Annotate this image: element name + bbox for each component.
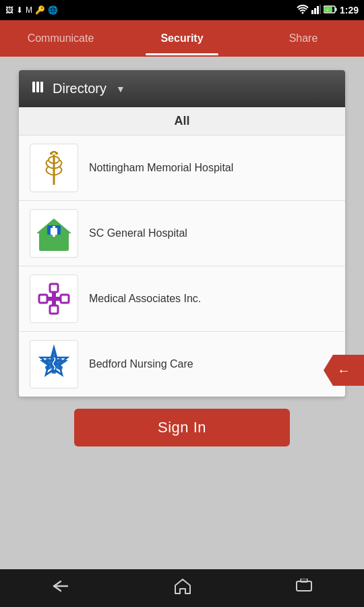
key-icon: 🔑 — [35, 5, 45, 15]
svg-rect-19 — [53, 226, 55, 237]
main-content: Directory ▼ All — [0, 57, 364, 460]
svg-rect-20 — [50, 284, 58, 292]
logo-bedford — [30, 340, 78, 388]
svg-rect-2 — [317, 6, 319, 14]
list-item[interactable]: SC General Hospital — [19, 201, 345, 266]
bottom-navigation — [0, 569, 364, 607]
svg-text:⚡: ⚡ — [325, 7, 330, 13]
status-icons-right: ⚡ 1:29 — [297, 5, 359, 16]
back-nav-button[interactable] — [51, 579, 70, 598]
svg-rect-8 — [32, 82, 35, 92]
tab-share[interactable]: Share — [243, 22, 364, 55]
logo-nottingham — [30, 144, 78, 192]
svg-rect-0 — [311, 10, 313, 14]
download-icon: ⬇ — [16, 5, 23, 15]
directory-dropdown-arrow: ▼ — [116, 84, 125, 94]
directory-wrapper: Directory ▼ All — [19, 70, 345, 397]
svg-rect-23 — [61, 295, 69, 303]
signal-icon — [311, 5, 321, 16]
sign-in-button[interactable]: Sign In — [74, 409, 290, 446]
svg-rect-10 — [40, 82, 43, 92]
directory-card: Directory ▼ All — [19, 70, 345, 397]
status-icons-left: 🖼 ⬇ M 🔑 🌐 — [5, 5, 58, 15]
tab-communicate[interactable]: Communicate — [0, 22, 121, 55]
item-name-sc-general: SC General Hospital — [89, 227, 187, 239]
svg-rect-5 — [335, 7, 336, 11]
tab-security[interactable]: Security — [121, 22, 243, 55]
svg-point-13 — [50, 152, 53, 155]
status-time: 1:29 — [340, 5, 359, 16]
globe-icon: 🌐 — [48, 5, 58, 15]
item-name-nottingham: Nottingham Memorial Hospital — [89, 162, 233, 174]
list-item[interactable]: Medical Associates Inc. — [19, 266, 345, 332]
list-item[interactable]: Bedford Nursing Care — [19, 332, 345, 397]
recents-nav-button[interactable] — [295, 579, 313, 598]
logo-sc-general — [30, 209, 78, 258]
directory-header: Directory ▼ — [19, 70, 345, 107]
svg-rect-34 — [297, 581, 311, 591]
svg-rect-3 — [320, 5, 321, 14]
svg-rect-21 — [50, 306, 58, 314]
directory-icon — [31, 80, 46, 98]
all-label: All — [19, 107, 345, 136]
svg-rect-1 — [314, 8, 316, 14]
svg-rect-35 — [301, 579, 307, 582]
status-bar: 🖼 ⬇ M 🔑 🌐 — [0, 0, 364, 20]
directory-title: Directory — [53, 81, 107, 96]
svg-rect-22 — [39, 295, 47, 303]
home-nav-button[interactable] — [173, 577, 192, 599]
item-name-bedford: Bedford Nursing Care — [89, 358, 193, 370]
svg-point-14 — [55, 152, 58, 155]
top-navigation: Communicate Security Share — [0, 20, 364, 57]
item-name-medical-associates: Medical Associates Inc. — [89, 293, 201, 305]
logo-medical-associates — [30, 274, 78, 323]
svg-rect-25 — [47, 297, 61, 301]
list-item[interactable]: Nottingham Memorial Hospital — [19, 136, 345, 201]
wifi-icon — [297, 5, 309, 16]
gmail-icon: M — [26, 5, 32, 15]
battery-icon: ⚡ — [324, 5, 337, 16]
screenshot-icon: 🖼 — [5, 5, 13, 15]
svg-rect-9 — [36, 82, 39, 92]
